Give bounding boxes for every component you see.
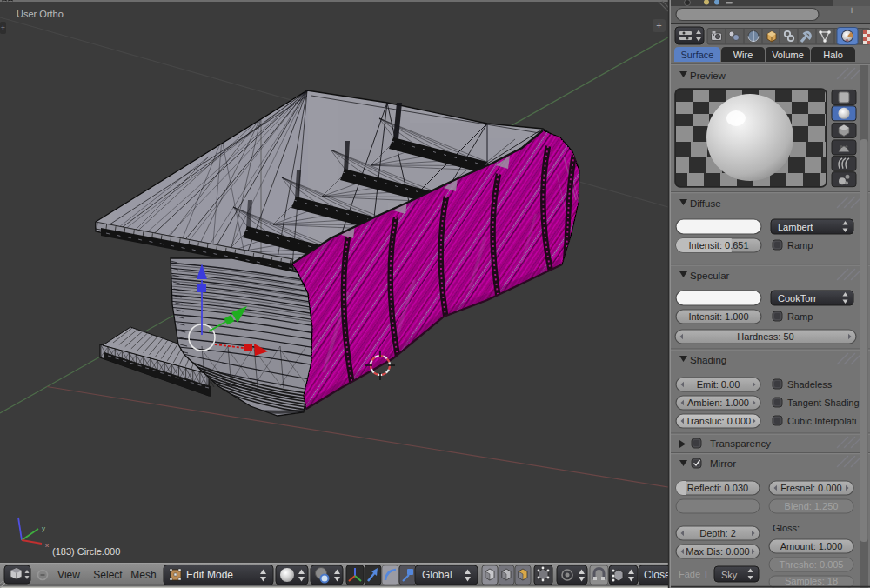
svg-text:+: + [848,4,854,17]
svg-text:Wire: Wire [733,50,753,60]
svg-text:Transparency: Transparency [710,438,771,449]
svg-text:Mirror: Mirror [710,458,736,469]
svg-text:Ambien: 1.000: Ambien: 1.000 [687,398,749,408]
svg-text:Volume: Volume [772,50,804,60]
svg-text:Ramp: Ramp [787,240,813,251]
svg-text:Mesh: Mesh [130,569,156,581]
svg-text:Ramp: Ramp [787,311,813,322]
svg-text:Amount: 1.000: Amount: 1.000 [780,541,843,551]
svg-text:Halo: Halo [823,50,843,60]
svg-text:Shading: Shading [690,355,726,365]
svg-text:Surface: Surface [681,50,714,60]
svg-text:Max Dis: 0.000: Max Dis: 0.000 [686,546,749,557]
svg-text:Thresho: 0.005: Thresho: 0.005 [780,559,844,570]
svg-text:Blend: 1.250: Blend: 1.250 [785,501,839,511]
svg-text:Specular: Specular [690,271,730,281]
svg-text:+: + [1,23,5,32]
svg-text:Transluc: 0.000: Transluc: 0.000 [686,416,751,426]
svg-text:Shadeless: Shadeless [787,379,833,390]
svg-text:(183) Circle.000: (183) Circle.000 [52,546,120,557]
svg-text:Global: Global [422,569,452,581]
svg-text:Fade T: Fade T [679,569,709,579]
svg-text:Cubic Interpolati: Cubic Interpolati [787,416,857,426]
svg-text:Intensit: 1.000: Intensit: 1.000 [688,311,748,322]
svg-text:y: y [42,525,45,532]
svg-text:Hardness: 50: Hardness: 50 [737,331,793,342]
svg-text:CookTorr: CookTorr [778,293,817,304]
svg-text:Reflecti: 0.030: Reflecti: 0.030 [687,483,748,493]
svg-text:Preview: Preview [690,70,726,81]
svg-text:Intensit: 0.651: Intensit: 0.651 [688,240,748,251]
svg-text:Fresnel: 0.000: Fresnel: 0.000 [780,483,841,493]
svg-text:Gloss:: Gloss: [773,523,800,533]
svg-text:+: + [656,20,661,30]
svg-text:Tangent Shading: Tangent Shading [787,398,860,408]
svg-text:Depth: 2: Depth: 2 [699,528,736,538]
svg-text:x: x [45,541,49,549]
svg-text:Lambert: Lambert [778,222,813,232]
svg-text:Samples: 18: Samples: 18 [785,576,838,586]
svg-text:Sky: Sky [721,570,738,580]
svg-text:View: View [57,569,80,581]
svg-text:Edit Mode: Edit Mode [186,569,233,581]
svg-text:User Ortho: User Ortho [17,9,64,19]
svg-text:Diffuse: Diffuse [690,198,721,209]
svg-text:Select: Select [93,569,123,581]
svg-text:Emit: 0.00: Emit: 0.00 [697,379,740,390]
